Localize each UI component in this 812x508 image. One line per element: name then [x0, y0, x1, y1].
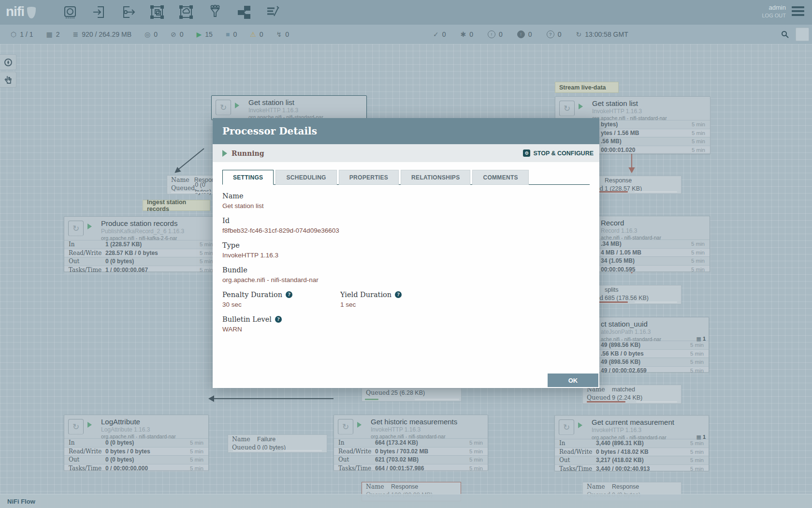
processor-name: LogAttribute — [101, 418, 205, 426]
thread-count-badge: ▦1 — [696, 336, 706, 342]
refresh-status[interactable]: ↻13:00:58 GMT — [576, 30, 628, 38]
connection-label-failure[interactable]: NameFailure Queued0 (0 bytes) — [228, 434, 327, 453]
remote-process-group-button[interactable] — [178, 4, 194, 20]
field-label-type: Type — [222, 241, 590, 249]
processor-type: PublishKafkaRecord_2_6 1.16.3 — [101, 228, 215, 235]
field-value-id: f8fbeb32-fc46-31cf-829d-074d09e36603 — [222, 227, 590, 234]
birdseye-toggle-button[interactable] — [796, 28, 809, 41]
running-icon: ▶ — [197, 30, 202, 38]
process-group-icon — [150, 5, 164, 19]
output-port-icon — [121, 5, 135, 19]
stale-icon: ↑ — [488, 30, 495, 38]
stat-readwrite: 0 bytes / 703.02 MB — [375, 448, 428, 455]
cluster-status: ⬡1 / 1 — [11, 30, 33, 38]
running-icon — [579, 104, 583, 109]
field-value-bulletin-level: WARN — [222, 326, 590, 333]
new-processor-button[interactable] — [62, 4, 78, 20]
processor-type-icon: ↻ — [216, 100, 231, 115]
processor-name: Get station list — [248, 98, 363, 106]
help-icon[interactable]: ? — [275, 316, 282, 323]
stat-out: 0 (0 bytes) — [105, 456, 134, 463]
input-port-button[interactable] — [91, 4, 107, 20]
processor-type: InvokeHTTP 1.16.3 — [248, 107, 363, 114]
running-icon — [222, 150, 227, 157]
not-transmitting-icon: ⊘ — [171, 30, 176, 38]
current-user: admin — [762, 4, 786, 11]
field-value-type: InvokeHTTP 1.16.3 — [222, 252, 590, 259]
search-button[interactable] — [778, 28, 792, 41]
transmitting-count: 0 — [154, 30, 158, 38]
processor-bundle: org.apache.nifi - nifi-standard-nar — [592, 434, 667, 440]
processor-produce-station-records[interactable]: ↻ Produce station records PublishKafkaRe… — [64, 216, 218, 272]
disabled-status: ↯0 — [276, 30, 290, 38]
field-label-bundle: Bundle — [222, 266, 590, 274]
processor-bundle: org.apache.nifi - nifi-standard-nar — [371, 433, 446, 439]
ok-button[interactable]: OK — [548, 374, 598, 387]
help-icon[interactable]: ? — [286, 291, 292, 298]
global-menu-button[interactable] — [792, 6, 804, 18]
stop-and-configure-button[interactable]: ⚙ STOP & CONFIGURE — [523, 149, 594, 157]
invalid-status: ⚠0 — [250, 30, 263, 38]
breadcrumb[interactable]: NiFi Flow — [7, 498, 35, 505]
flow-label[interactable]: Stream live-data — [555, 82, 619, 93]
stat-tasks: 00:00:00.595 — [601, 266, 635, 273]
tab-scheduling[interactable]: SCHEDULING — [276, 170, 336, 185]
locally-modified-status: ✱0 — [461, 30, 474, 38]
processor-get-historic-measurements[interactable]: ↻ Get historic measurements InvokeHTTP 1… — [334, 415, 488, 471]
processor-name: Get current measurement — [592, 418, 706, 426]
disabled-count: 0 — [285, 30, 289, 38]
running-count: 15 — [205, 30, 213, 38]
status-bar: ⬡1 / 1 ▦2 ≣920 / 264.29 MB ◎0 ⊘0 ▶15 ■0 … — [0, 25, 812, 44]
logout-link[interactable]: LOG OUT — [762, 13, 786, 18]
stat-readwrite: ytes / 1.56 MB — [601, 130, 639, 136]
label-button[interactable] — [265, 4, 281, 20]
processor-name: Get station list — [592, 99, 707, 107]
size-bar — [283, 450, 322, 451]
processor-logattribute[interactable]: ↻ LogAttribute LogAttribute 1.16.3 org.a… — [64, 415, 209, 471]
flow-label[interactable]: Ingest station records — [143, 200, 210, 211]
funnel-icon — [208, 5, 222, 19]
gear-icon: ⚙ — [523, 149, 530, 157]
queue-bar — [365, 399, 378, 400]
tab-relationships[interactable]: RELATIONSHIPS — [401, 170, 470, 185]
running-icon — [87, 224, 92, 229]
processor-get-current-measurement[interactable]: ↻ Get current measurement InvokeHTTP 1.1… — [554, 415, 709, 471]
running-icon — [87, 422, 92, 428]
connection-label-queued[interactable]: Queued25 (6.28 KB) — [362, 388, 462, 402]
field-value-penalty-duration: 30 sec — [222, 301, 340, 308]
locally-modified-icon: ✱ — [461, 30, 466, 38]
field-label-id: Id — [222, 217, 590, 224]
remote-process-group-icon — [179, 5, 193, 19]
tab-comments[interactable]: COMMENTS — [472, 170, 528, 185]
locally-modified-count: 0 — [469, 30, 473, 38]
processor-bundle: org.apache.nifi - nifi-kafka-2-6-nar — [101, 235, 177, 241]
stat-tasks: 0 / 00:00:00.000 — [105, 465, 148, 472]
dialog-title: Processor Details — [222, 125, 317, 137]
navigate-palette-toggle[interactable] — [0, 54, 16, 70]
processor-bundle: org.apache.nifi - nifi-standard-nar — [101, 433, 176, 439]
field-value-bundle: org.apache.nifi - nifi-standard-nar — [222, 276, 590, 284]
output-port-button[interactable] — [120, 4, 136, 20]
processor-type: InvokeHTTP 1.16.3 — [371, 426, 485, 433]
running-status: ▶15 — [197, 30, 213, 38]
process-group-button[interactable] — [149, 4, 165, 20]
stale-count: 0 — [499, 30, 503, 38]
processor-run-status: Running — [232, 149, 264, 157]
tab-settings[interactable]: SETTINGS — [222, 170, 274, 185]
sync-failure-status: ?0 — [547, 30, 562, 38]
help-icon[interactable]: ? — [395, 291, 402, 298]
disabled-icon: ↯ — [276, 30, 282, 38]
processor-get-station-list-selected[interactable]: ↻ Get station list InvokeHTTP 1.16.3 org… — [211, 95, 367, 120]
operate-palette-toggle[interactable] — [0, 72, 16, 88]
threads-icon: ▦ — [46, 30, 52, 38]
transmitting-status: ◎0 — [145, 30, 158, 38]
cluster-count: 1 / 1 — [20, 30, 33, 38]
active-threads: ▦2 — [46, 30, 59, 38]
queue-bar — [587, 401, 625, 403]
processor-bundle: ache.nifi - nifi-standard-nar — [601, 336, 661, 342]
tab-properties[interactable]: PROPERTIES — [339, 170, 399, 185]
stat-in: bytes) — [601, 121, 618, 128]
funnel-button[interactable] — [207, 4, 223, 20]
search-icon — [781, 30, 789, 38]
template-button[interactable] — [236, 4, 252, 20]
